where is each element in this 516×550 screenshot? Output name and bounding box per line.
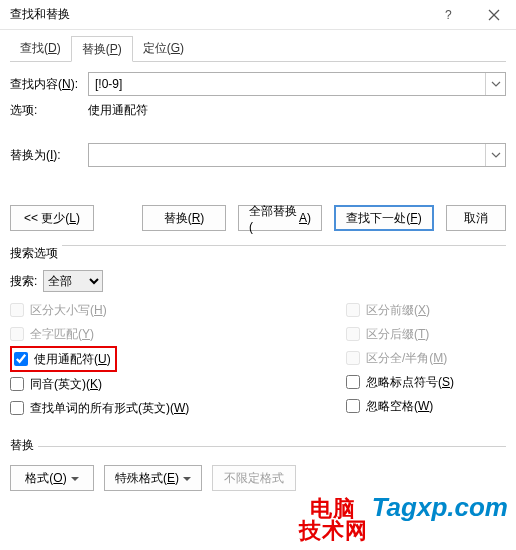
svg-text:?: ? — [445, 9, 452, 21]
replace-with-combo[interactable] — [88, 143, 506, 167]
cancel-button[interactable]: 取消 — [446, 205, 506, 231]
options-label: 选项: — [10, 102, 88, 119]
match-suffix-checkbox: 区分后缀(T) — [346, 322, 506, 346]
options-value: 使用通配符 — [88, 102, 148, 119]
replace-with-dropdown[interactable] — [485, 144, 505, 166]
search-options-legend: 搜索选项 — [10, 245, 62, 262]
chevron-down-icon — [71, 471, 79, 485]
window-title: 查找和替换 — [10, 6, 426, 23]
find-what-combo[interactable] — [88, 72, 506, 96]
tab-replace[interactable]: 替换(P) — [71, 36, 133, 62]
search-options-group: 搜索选项 搜索: 全部 区分大小写(H) 全字匹配(Y) — [10, 245, 506, 420]
replace-with-label: 替换为(I): — [10, 147, 88, 164]
ignore-space-checkbox[interactable]: 忽略空格(W) — [346, 394, 506, 418]
find-what-input[interactable] — [89, 73, 485, 95]
format-button[interactable]: 格式(O) — [10, 465, 94, 491]
search-direction-select[interactable]: 全部 — [43, 270, 103, 292]
find-what-dropdown[interactable] — [485, 73, 505, 95]
less-button[interactable]: << 更少(L) — [10, 205, 94, 231]
whole-word-checkbox: 全字匹配(Y) — [10, 322, 346, 346]
ignore-punct-checkbox[interactable]: 忽略标点符号(S) — [346, 370, 506, 394]
titlebar: 查找和替换 ? — [0, 0, 516, 30]
wildcards-highlight: 使用通配符(U) — [10, 346, 117, 372]
special-button[interactable]: 特殊格式(E) — [104, 465, 202, 491]
sounds-like-checkbox[interactable]: 同音(英文)(K) — [10, 372, 346, 396]
tab-goto[interactable]: 定位(G) — [133, 36, 194, 62]
close-button[interactable] — [471, 0, 516, 30]
search-direction-label: 搜索: — [10, 273, 37, 290]
use-wildcards-checkbox[interactable]: 使用通配符(U) — [14, 349, 111, 369]
tab-find[interactable]: 查找(D) — [10, 36, 71, 62]
match-prefix-checkbox: 区分前缀(X) — [346, 298, 506, 322]
match-halfwidth-checkbox: 区分全/半角(M) — [346, 346, 506, 370]
tab-bar: 查找(D) 替换(P) 定位(G) — [10, 36, 506, 62]
help-button[interactable]: ? — [426, 0, 471, 30]
find-next-button[interactable]: 查找下一处(F) — [334, 205, 434, 231]
replace-group: 替换 格式(O) 特殊格式(E) 不限定格式 — [10, 446, 506, 491]
replace-all-button[interactable]: 全部替换(A) — [238, 205, 322, 231]
no-formatting-button: 不限定格式 — [212, 465, 296, 491]
replace-with-input[interactable] — [89, 144, 485, 166]
dialog-content: 查找(D) 替换(P) 定位(G) 查找内容(N): 选项: 使用通配符 替换为… — [0, 30, 516, 501]
replace-button[interactable]: 替换(R) — [142, 205, 226, 231]
find-what-label: 查找内容(N): — [10, 76, 88, 93]
all-word-forms-checkbox[interactable]: 查找单词的所有形式(英文)(W) — [10, 396, 346, 420]
chevron-down-icon — [183, 471, 191, 485]
match-case-checkbox: 区分大小写(H) — [10, 298, 346, 322]
replace-group-legend: 替换 — [10, 437, 38, 454]
